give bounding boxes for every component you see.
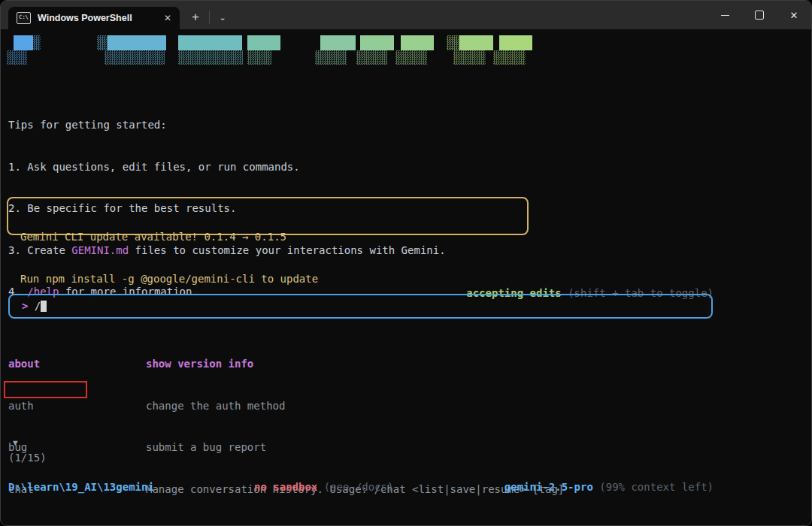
model-name: gemini-2.5-pro — [504, 481, 593, 493]
scroll-down-caret-icon: ▼ — [13, 438, 18, 449]
banner-dither — [97, 35, 108, 50]
banner-block — [401, 35, 434, 50]
banner-block — [178, 35, 242, 50]
new-tab-button[interactable]: + — [185, 8, 206, 27]
list-item-auth[interactable]: authchange the auth method — [1, 399, 811, 413]
model-status: gemini-2.5-pro (99% context left) — [504, 480, 714, 494]
titlebar-divider — [209, 11, 210, 24]
update-notice-box: Gemini CLI update available! 0.1.4 → 0.1… — [7, 197, 529, 235]
titlebar: C:\ Windows PowerShell ✕ + ⌄ ✕ — [1, 1, 811, 29]
sandbox-status: no sandbox (see /docs) — [254, 480, 393, 494]
command-suggestion-list: aboutshow version info authchange the au… — [1, 329, 811, 526]
banner-dither — [493, 50, 526, 65]
banner-block — [459, 35, 493, 50]
banner-dither — [315, 50, 347, 65]
status-bar: D:\learn\19_AI\13gemini no sandbox (see … — [1, 480, 811, 494]
maximize-icon — [755, 11, 764, 20]
prompt-symbol: > — [22, 299, 35, 313]
banner-dither — [105, 50, 165, 65]
banner-dither — [7, 50, 27, 65]
tab-close-icon[interactable]: ✕ — [164, 13, 171, 23]
banner-dither — [247, 50, 271, 65]
context-remaining: (99% context left) — [593, 481, 714, 493]
tab-title: Windows PowerShell — [38, 13, 164, 23]
banner-dither — [33, 35, 41, 50]
text-cursor — [41, 301, 47, 312]
banner-dither — [453, 50, 486, 65]
banner-block — [108, 35, 166, 50]
minimize-icon — [721, 15, 729, 16]
banner-dither — [356, 50, 387, 65]
tips-line-1: 1. Ask questions, edit files, or run com… — [8, 160, 446, 174]
powershell-icon: C:\ — [17, 12, 31, 24]
tab-dropdown-icon[interactable]: ⌄ — [214, 8, 232, 27]
banner-dither — [395, 50, 427, 65]
close-button[interactable]: ✕ — [777, 1, 811, 29]
tab-windows-powershell[interactable]: C:\ Windows PowerShell ✕ — [8, 7, 180, 29]
banner-dither — [447, 35, 459, 50]
command-desc: change the auth method — [146, 399, 285, 413]
sandbox-status-label: no sandbox — [254, 481, 317, 493]
command-desc: submit a bug report — [146, 440, 266, 455]
input-value: / — [35, 299, 41, 313]
banner-block — [247, 35, 280, 50]
maximize-button[interactable] — [742, 1, 777, 29]
banner-block — [14, 35, 33, 50]
update-notice-line-1: Gemini CLI update available! 0.1.4 → 0.1… — [20, 230, 527, 244]
tips-title: Tips for getting started: — [8, 118, 446, 132]
list-item-bug[interactable]: bugsubmit a bug report — [1, 440, 811, 455]
command-name: about — [8, 357, 40, 371]
banner-block — [320, 35, 356, 50]
list-item-about[interactable]: aboutshow version info — [1, 357, 811, 371]
pagination-indicator: (1/15) — [8, 451, 47, 465]
annotation-highlight-clear — [4, 381, 87, 398]
terminal-window: C:\ Windows PowerShell ✕ + ⌄ ✕ Tips for … — [0, 0, 812, 526]
command-desc: show version info — [146, 357, 253, 371]
banner-block — [360, 35, 394, 50]
working-directory: D:\learn\19_AI\13gemini — [8, 480, 154, 494]
minimize-button[interactable] — [707, 1, 742, 29]
window-controls: ✕ — [707, 1, 811, 29]
sandbox-status-hint: (see /docs) — [317, 481, 393, 493]
command-name: auth — [8, 399, 34, 413]
banner-block — [499, 35, 532, 50]
prompt-input[interactable]: > / — [8, 294, 713, 319]
banner-dither — [178, 50, 243, 65]
